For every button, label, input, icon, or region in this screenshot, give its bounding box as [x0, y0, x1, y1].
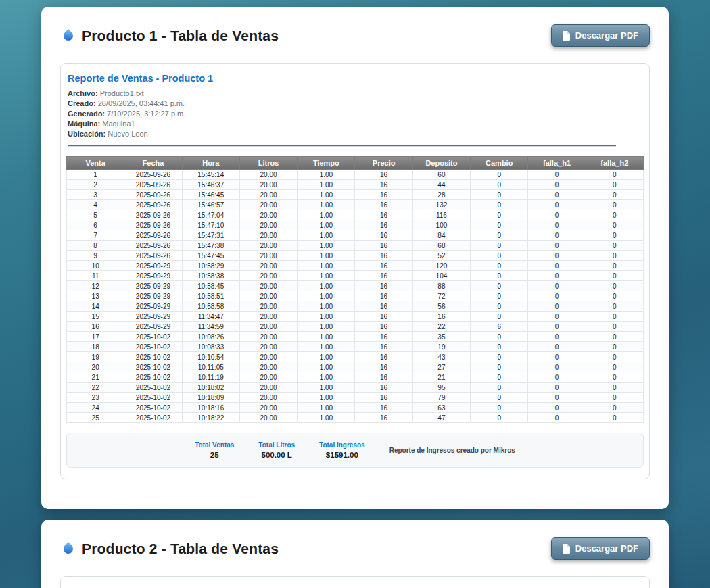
- page-title: Producto 1 - Tabla de Ventas: [82, 28, 279, 44]
- table-cell: 20.00: [239, 261, 297, 271]
- table-cell: 60: [412, 170, 470, 180]
- table-cell: 23: [67, 393, 124, 403]
- table-cell: 15:46:37: [182, 180, 239, 190]
- table-cell: 0: [586, 362, 643, 372]
- table-cell: 63: [412, 403, 470, 413]
- table-cell: 68: [412, 241, 470, 251]
- download-pdf-label: Descargar PDF: [575, 30, 638, 41]
- table-cell: 10:08:33: [182, 342, 239, 352]
- page-title-2: Producto 2 - Tabla de Ventas: [82, 541, 279, 557]
- download-pdf-button-2[interactable]: Descargar PDF: [551, 537, 650, 560]
- table-cell: 15:46:45: [182, 190, 239, 200]
- table-cell: 1.00: [298, 170, 355, 180]
- table-cell: 2025-09-29: [124, 281, 182, 291]
- table-cell: 19: [67, 352, 124, 362]
- table-cell: 2: [67, 180, 124, 190]
- table-cell: 2025-09-26: [124, 190, 182, 200]
- table-cell: 0: [586, 251, 643, 261]
- table-cell: 16: [355, 200, 412, 210]
- table-cell: 16: [355, 230, 412, 241]
- table-cell: 13: [67, 291, 124, 301]
- table-cell: 1.00: [298, 190, 355, 200]
- table-cell: 8: [67, 241, 124, 251]
- page: Producto 1 - Tabla de Ventas Descargar P…: [0, 0, 710, 588]
- sales-table-header-row: VentaFechaHoraLitrosTiempoPrecioDeposito…: [67, 157, 644, 170]
- table-row: 232025-10-0210:18:0920.001.001679000: [67, 393, 644, 403]
- table-cell: 0: [528, 312, 586, 322]
- table-row: 52025-09-2615:47:0420.001.0016116000: [67, 210, 644, 220]
- table-cell: 0: [471, 251, 528, 261]
- table-cell: 1.00: [298, 180, 355, 190]
- table-cell: 0: [586, 261, 643, 271]
- table-row: 12025-09-2615:45:1420.001.001660000: [67, 170, 644, 180]
- meta-line: Creado: 26/09/2025, 03:44:41 p.m.: [68, 99, 644, 109]
- table-cell: 10: [67, 261, 124, 271]
- table-cell: 2025-09-29: [124, 271, 182, 281]
- table-cell: 2025-10-02: [124, 403, 182, 413]
- table-cell: 0: [471, 241, 528, 251]
- table-cell: 0: [586, 180, 643, 190]
- table-cell: 4: [67, 200, 124, 210]
- table-cell: 3: [67, 190, 124, 200]
- table-cell: 0: [528, 291, 586, 301]
- table-cell: 0: [528, 190, 586, 200]
- table-cell: 16: [355, 393, 412, 403]
- table-cell: 16: [355, 362, 412, 372]
- table-cell: 20.00: [239, 271, 297, 281]
- table-cell: 20.00: [239, 362, 297, 372]
- table-cell: 20.00: [239, 301, 297, 312]
- table-cell: 2025-10-02: [124, 372, 182, 383]
- table-cell: 0: [586, 413, 643, 423]
- table-cell: 0: [586, 220, 643, 230]
- table-cell: 2025-10-02: [124, 393, 182, 403]
- table-cell: 15:47:10: [182, 220, 239, 230]
- table-row: 202025-10-0210:11:0520.001.001627000: [67, 362, 644, 372]
- table-cell: 16: [355, 342, 412, 352]
- table-row: 212025-10-0210:11:1920.001.001621000: [67, 372, 644, 383]
- report-footnote: Reporte de Ingresos creado por Mikros: [389, 447, 515, 454]
- table-cell: 132: [412, 200, 470, 210]
- table-cell: 15:47:38: [182, 241, 239, 251]
- table-cell: 0: [586, 301, 643, 312]
- product-1-title-group: Producto 1 - Tabla de Ventas: [60, 28, 279, 44]
- column-header: Venta: [67, 157, 124, 170]
- table-cell: 1.00: [298, 200, 355, 210]
- table-cell: 10:18:22: [182, 413, 239, 423]
- table-cell: 16: [67, 322, 124, 332]
- table-cell: 79: [412, 393, 470, 403]
- table-cell: 120: [412, 261, 470, 271]
- table-cell: 20.00: [239, 312, 297, 322]
- table-cell: 2025-09-26: [124, 251, 182, 261]
- table-cell: 20.00: [239, 251, 297, 261]
- table-cell: 2025-09-29: [124, 312, 182, 322]
- table-cell: 2025-10-02: [124, 352, 182, 362]
- table-cell: 0: [471, 403, 528, 413]
- table-cell: 2025-09-26: [124, 210, 182, 220]
- table-cell: 0: [586, 200, 643, 210]
- table-cell: 10:58:29: [182, 261, 239, 271]
- table-cell: 104: [412, 271, 470, 281]
- table-cell: 16: [412, 312, 470, 322]
- report-panel-2: [60, 576, 650, 588]
- table-cell: 0: [471, 332, 528, 342]
- table-cell: 1.00: [298, 210, 355, 220]
- table-cell: 0: [528, 301, 586, 312]
- table-cell: 0: [586, 393, 643, 403]
- table-cell: 2025-10-02: [124, 413, 182, 423]
- meta-line: Archivo: Producto1.txt: [68, 89, 644, 99]
- table-cell: 20.00: [239, 322, 297, 332]
- table-cell: 0: [586, 383, 643, 393]
- table-row: 82025-09-2615:47:3820.001.001668000: [67, 241, 644, 251]
- table-cell: 0: [471, 210, 528, 220]
- table-cell: 16: [355, 413, 412, 423]
- table-cell: 16: [355, 210, 412, 220]
- table-cell: 1: [67, 170, 124, 180]
- download-pdf-button[interactable]: Descargar PDF: [551, 24, 650, 47]
- table-cell: 0: [586, 241, 643, 251]
- table-cell: 0: [528, 281, 586, 291]
- table-cell: 1.00: [298, 383, 355, 393]
- column-header: Hora: [182, 157, 239, 170]
- sales-table-body: 12025-09-2615:45:1420.001.00166000022025…: [67, 170, 644, 423]
- table-cell: 10:58:45: [182, 281, 239, 291]
- table-cell: 0: [471, 281, 528, 291]
